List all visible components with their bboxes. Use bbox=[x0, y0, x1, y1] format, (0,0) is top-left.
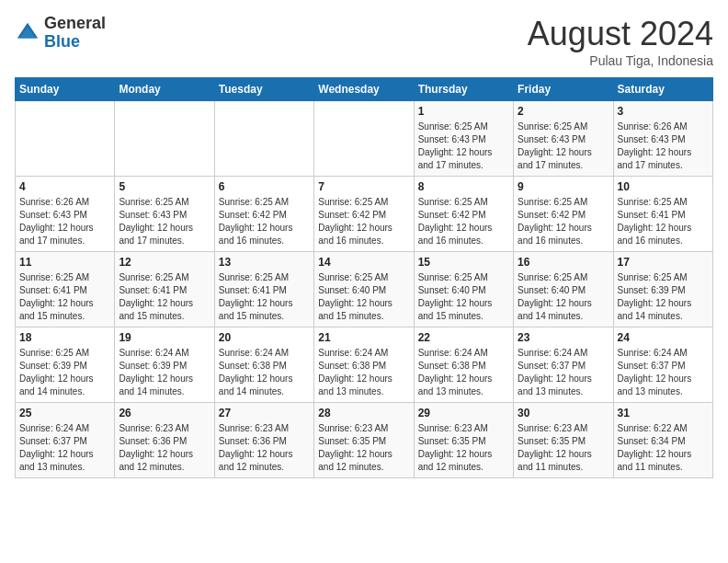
day-number: 24 bbox=[618, 331, 709, 344]
day-detail: Sunrise: 6:25 AMSunset: 6:42 PMDaylight:… bbox=[418, 196, 509, 247]
calendar-cell: 26Sunrise: 6:23 AMSunset: 6:36 PMDayligh… bbox=[115, 403, 214, 478]
calendar-week: 4Sunrise: 6:26 AMSunset: 6:43 PMDaylight… bbox=[16, 177, 713, 252]
day-number: 15 bbox=[418, 256, 509, 269]
day-detail: Sunrise: 6:25 AMSunset: 6:40 PMDaylight:… bbox=[318, 271, 409, 323]
calendar-cell: 25Sunrise: 6:24 AMSunset: 6:37 PMDayligh… bbox=[16, 403, 115, 478]
weekday-row: SundayMondayTuesdayWednesdayThursdayFrid… bbox=[16, 78, 713, 101]
calendar-cell: 15Sunrise: 6:25 AMSunset: 6:40 PMDayligh… bbox=[414, 252, 513, 327]
page-header: General Blue August 2024 Pulau Tiga, Ind… bbox=[15, 15, 713, 68]
logo-icon bbox=[15, 20, 40, 46]
calendar-cell: 17Sunrise: 6:25 AMSunset: 6:39 PMDayligh… bbox=[613, 252, 712, 327]
calendar-week: 11Sunrise: 6:25 AMSunset: 6:41 PMDayligh… bbox=[16, 252, 713, 327]
day-detail: Sunrise: 6:23 AMSunset: 6:35 PMDaylight:… bbox=[518, 422, 609, 474]
calendar-cell: 22Sunrise: 6:24 AMSunset: 6:38 PMDayligh… bbox=[414, 327, 513, 403]
calendar-cell: 27Sunrise: 6:23 AMSunset: 6:36 PMDayligh… bbox=[214, 403, 313, 478]
logo-blue: Blue bbox=[44, 32, 80, 51]
calendar-cell bbox=[115, 101, 214, 177]
day-detail: Sunrise: 6:25 AMSunset: 6:41 PMDaylight:… bbox=[618, 196, 709, 247]
day-number: 14 bbox=[318, 256, 409, 269]
day-number: 2 bbox=[518, 105, 609, 118]
calendar-cell: 11Sunrise: 6:25 AMSunset: 6:41 PMDayligh… bbox=[16, 252, 115, 327]
calendar-cell: 24Sunrise: 6:24 AMSunset: 6:37 PMDayligh… bbox=[613, 327, 712, 403]
weekday-header: Monday bbox=[115, 78, 214, 101]
day-detail: Sunrise: 6:25 AMSunset: 6:41 PMDaylight:… bbox=[119, 271, 210, 323]
calendar-cell: 4Sunrise: 6:26 AMSunset: 6:43 PMDaylight… bbox=[16, 177, 115, 252]
day-detail: Sunrise: 6:25 AMSunset: 6:41 PMDaylight:… bbox=[219, 271, 310, 323]
day-detail: Sunrise: 6:25 AMSunset: 6:41 PMDaylight:… bbox=[19, 271, 110, 323]
day-detail: Sunrise: 6:24 AMSunset: 6:37 PMDaylight:… bbox=[518, 347, 609, 398]
calendar-cell: 29Sunrise: 6:23 AMSunset: 6:35 PMDayligh… bbox=[414, 403, 513, 478]
day-detail: Sunrise: 6:22 AMSunset: 6:34 PMDaylight:… bbox=[618, 422, 709, 474]
calendar-cell: 23Sunrise: 6:24 AMSunset: 6:37 PMDayligh… bbox=[514, 327, 613, 403]
day-detail: Sunrise: 6:23 AMSunset: 6:36 PMDaylight:… bbox=[219, 422, 310, 474]
weekday-header: Sunday bbox=[16, 78, 115, 101]
day-number: 30 bbox=[518, 407, 609, 419]
day-detail: Sunrise: 6:23 AMSunset: 6:36 PMDaylight:… bbox=[119, 422, 210, 474]
day-detail: Sunrise: 6:24 AMSunset: 6:37 PMDaylight:… bbox=[618, 347, 709, 398]
calendar-cell: 7Sunrise: 6:25 AMSunset: 6:42 PMDaylight… bbox=[314, 177, 414, 252]
day-number: 23 bbox=[518, 331, 609, 344]
day-number: 18 bbox=[19, 331, 110, 344]
calendar-table: SundayMondayTuesdayWednesdayThursdayFrid… bbox=[15, 77, 713, 478]
day-detail: Sunrise: 6:24 AMSunset: 6:37 PMDaylight:… bbox=[19, 422, 110, 474]
calendar-cell: 3Sunrise: 6:26 AMSunset: 6:43 PMDaylight… bbox=[613, 101, 712, 177]
day-number: 31 bbox=[618, 407, 709, 419]
day-detail: Sunrise: 6:24 AMSunset: 6:38 PMDaylight:… bbox=[418, 347, 509, 398]
day-detail: Sunrise: 6:24 AMSunset: 6:38 PMDaylight:… bbox=[318, 347, 409, 398]
calendar-cell bbox=[16, 101, 115, 177]
day-detail: Sunrise: 6:25 AMSunset: 6:40 PMDaylight:… bbox=[518, 271, 609, 323]
day-number: 19 bbox=[119, 331, 210, 344]
day-detail: Sunrise: 6:25 AMSunset: 6:43 PMDaylight:… bbox=[119, 196, 210, 247]
day-detail: Sunrise: 6:25 AMSunset: 6:42 PMDaylight:… bbox=[318, 196, 409, 247]
day-number: 8 bbox=[418, 180, 509, 193]
day-number: 22 bbox=[418, 331, 509, 344]
day-number: 11 bbox=[19, 256, 110, 269]
day-number: 16 bbox=[518, 256, 609, 269]
calendar-cell: 30Sunrise: 6:23 AMSunset: 6:35 PMDayligh… bbox=[514, 403, 613, 478]
weekday-header: Wednesday bbox=[314, 78, 414, 101]
calendar-cell: 13Sunrise: 6:25 AMSunset: 6:41 PMDayligh… bbox=[214, 252, 313, 327]
calendar-cell: 20Sunrise: 6:24 AMSunset: 6:38 PMDayligh… bbox=[214, 327, 313, 403]
calendar-cell: 1Sunrise: 6:25 AMSunset: 6:43 PMDaylight… bbox=[414, 101, 513, 177]
calendar-cell: 28Sunrise: 6:23 AMSunset: 6:35 PMDayligh… bbox=[314, 403, 414, 478]
calendar-cell: 5Sunrise: 6:25 AMSunset: 6:43 PMDaylight… bbox=[115, 177, 214, 252]
day-number: 10 bbox=[618, 180, 709, 193]
weekday-header: Thursday bbox=[414, 78, 513, 101]
day-number: 21 bbox=[318, 331, 409, 344]
day-number: 25 bbox=[19, 407, 110, 419]
day-detail: Sunrise: 6:25 AMSunset: 6:40 PMDaylight:… bbox=[418, 271, 509, 323]
day-number: 1 bbox=[418, 105, 509, 118]
logo: General Blue bbox=[15, 15, 106, 52]
calendar-cell: 2Sunrise: 6:25 AMSunset: 6:43 PMDaylight… bbox=[514, 101, 613, 177]
calendar-cell: 10Sunrise: 6:25 AMSunset: 6:41 PMDayligh… bbox=[613, 177, 712, 252]
day-detail: Sunrise: 6:25 AMSunset: 6:39 PMDaylight:… bbox=[618, 271, 709, 323]
day-number: 3 bbox=[618, 105, 709, 118]
day-detail: Sunrise: 6:25 AMSunset: 6:39 PMDaylight:… bbox=[19, 347, 110, 398]
weekday-header: Friday bbox=[514, 78, 613, 101]
day-detail: Sunrise: 6:23 AMSunset: 6:35 PMDaylight:… bbox=[318, 422, 409, 474]
day-number: 27 bbox=[219, 407, 310, 419]
day-number: 5 bbox=[119, 180, 210, 193]
calendar-week: 25Sunrise: 6:24 AMSunset: 6:37 PMDayligh… bbox=[16, 403, 713, 478]
day-detail: Sunrise: 6:26 AMSunset: 6:43 PMDaylight:… bbox=[19, 196, 110, 247]
calendar-cell: 19Sunrise: 6:24 AMSunset: 6:39 PMDayligh… bbox=[115, 327, 214, 403]
day-number: 28 bbox=[318, 407, 409, 419]
day-detail: Sunrise: 6:25 AMSunset: 6:43 PMDaylight:… bbox=[518, 121, 609, 172]
day-detail: Sunrise: 6:23 AMSunset: 6:35 PMDaylight:… bbox=[418, 422, 509, 474]
weekday-header: Tuesday bbox=[214, 78, 313, 101]
day-number: 6 bbox=[219, 180, 310, 193]
calendar-week: 18Sunrise: 6:25 AMSunset: 6:39 PMDayligh… bbox=[16, 327, 713, 403]
location: Pulau Tiga, Indonesia bbox=[528, 53, 713, 68]
calendar-cell: 12Sunrise: 6:25 AMSunset: 6:41 PMDayligh… bbox=[115, 252, 214, 327]
calendar-cell bbox=[214, 101, 313, 177]
month-year: August 2024 bbox=[528, 15, 713, 53]
calendar-header: SundayMondayTuesdayWednesdayThursdayFrid… bbox=[16, 78, 713, 101]
day-number: 4 bbox=[19, 180, 110, 193]
day-detail: Sunrise: 6:25 AMSunset: 6:42 PMDaylight:… bbox=[518, 196, 609, 247]
calendar-body: 1Sunrise: 6:25 AMSunset: 6:43 PMDaylight… bbox=[16, 101, 713, 478]
day-number: 7 bbox=[318, 180, 409, 193]
calendar-cell: 31Sunrise: 6:22 AMSunset: 6:34 PMDayligh… bbox=[613, 403, 712, 478]
day-number: 26 bbox=[119, 407, 210, 419]
calendar-cell bbox=[314, 101, 414, 177]
calendar-cell: 21Sunrise: 6:24 AMSunset: 6:38 PMDayligh… bbox=[314, 327, 414, 403]
